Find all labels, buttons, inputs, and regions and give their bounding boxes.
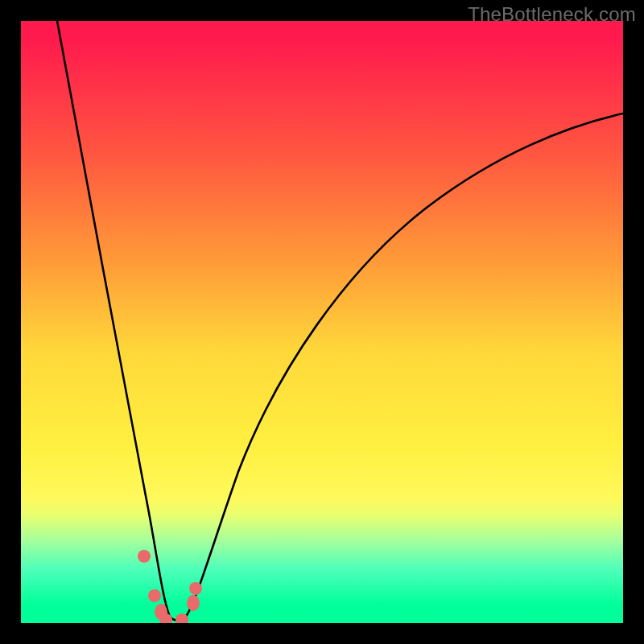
marker-dot bbox=[138, 550, 151, 563]
marker-dot bbox=[189, 582, 202, 595]
curve-markers bbox=[138, 550, 202, 623]
marker-dot bbox=[148, 589, 161, 602]
bottleneck-curve-path bbox=[57, 21, 623, 621]
bottleneck-chart bbox=[21, 21, 623, 623]
marker-dot bbox=[187, 595, 200, 611]
watermark-text: TheBottleneck.com bbox=[468, 3, 636, 26]
